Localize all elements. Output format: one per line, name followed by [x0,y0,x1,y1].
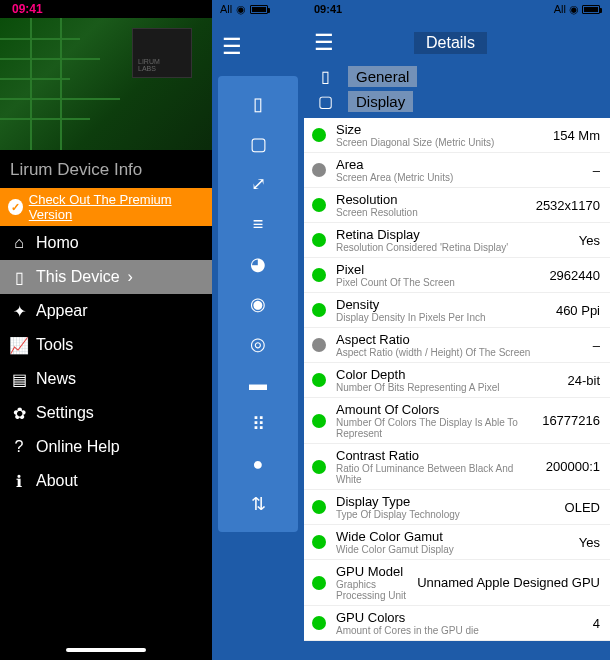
row-value: – [593,163,600,178]
expand-icon[interactable]: ⤢ [218,164,298,204]
header: ☰ Details [304,18,610,64]
wifi-icon[interactable]: ◉ [218,284,298,324]
row-value: OLED [565,500,600,515]
check-icon: ✓ [8,199,23,215]
signal-label: All [220,3,232,15]
row-label: Resolution [336,192,526,207]
left-sidebar: 09:41 Lirum Device Info ✓ Check Out The … [0,0,212,660]
list-item[interactable]: PixelPixel Count Of The Screen2962440 [304,258,610,293]
chart-icon: 📈 [10,336,28,354]
row-label: Color Depth [336,367,557,382]
sidebar-item-info[interactable]: ℹAbout [0,464,212,498]
sidebar-item-chart[interactable]: 📈Tools [0,328,212,362]
sidebar-item-device[interactable]: ▯This Device› [0,260,212,294]
status-bar: 09:41 All ◉ [304,0,610,18]
monitor-icon: ▢ [314,92,336,111]
list-item[interactable]: GPU ModelGraphics Processing UnitUnnamed… [304,560,610,606]
row-text: PixelPixel Count Of The Screen [336,262,539,288]
row-label: Pixel [336,262,539,277]
row-label: Display Type [336,494,555,509]
home-indicator [66,648,146,652]
globe-icon[interactable]: ● [218,444,298,484]
row-text: DensityDisplay Density In Pixels Per Inc… [336,297,546,323]
grid-icon[interactable]: ⠿ [218,404,298,444]
updown-icon[interactable]: ⇅ [218,484,298,524]
status-dot [312,616,326,630]
list-item[interactable]: Retina DisplayResolution Considered 'Ret… [304,223,610,258]
sidebar-item-label: Appear [36,302,88,320]
news-icon: ▤ [10,370,28,388]
row-value: 460 Ppi [556,303,600,318]
row-text: AreaScreen Area (Metric Units) [336,157,583,183]
row-subtitle: Screen Diagonal Size (Metric Units) [336,137,543,148]
sidebar-item-wand[interactable]: ✦Appear [0,294,212,328]
pie-icon[interactable]: ◕ [218,244,298,284]
row-text: Wide Color GamutWide Color Gamut Display [336,529,569,555]
help-icon: ? [10,438,28,456]
tab-display[interactable]: ▢ Display [304,89,610,118]
row-value: 4 [593,616,600,631]
status-dot [312,576,326,590]
camera-icon[interactable]: ◎ [218,324,298,364]
status-dot [312,460,326,474]
sidebar-item-help[interactable]: ?Online Help [0,430,212,464]
status-dot [312,414,326,428]
right-panel: 09:41 All ◉ ☰ Details ▯ General ▢ Displa… [304,0,610,660]
status-bar: 09:41 [0,0,212,18]
list-item[interactable]: Contrast RatioRatio Of Luminance Between… [304,444,610,490]
battery-icon[interactable]: ▬ [218,364,298,404]
header-image [0,18,212,150]
storage-icon[interactable]: ≡ [218,204,298,244]
wifi-icon: ◉ [236,3,246,16]
list-item[interactable]: GPU ColorsAmount of Cores in the GPU die… [304,606,610,641]
sidebar-item-label: Online Help [36,438,120,456]
status-dot [312,198,326,212]
status-bar: All ◉ [212,0,304,18]
row-label: Wide Color Gamut [336,529,569,544]
tab-general[interactable]: ▯ General [304,64,610,89]
row-label: Aspect Ratio [336,332,583,347]
status-icons: All ◉ [554,3,600,16]
row-label: Contrast Ratio [336,448,536,463]
list-item[interactable]: Aspect RatioAspect Ratio (width / Height… [304,328,610,363]
row-value: 16777216 [542,413,600,428]
list-item[interactable]: Wide Color GamutWide Color Gamut Display… [304,525,610,560]
row-subtitle: Number Of Colors The Display Is Able To … [336,417,532,439]
app-title: Lirum Device Info [0,150,212,188]
list-item[interactable]: ResolutionScreen Resolution2532x1170 [304,188,610,223]
list-item[interactable]: AreaScreen Area (Metric Units)– [304,153,610,188]
row-subtitle: Amount of Cores in the GPU die [336,625,583,636]
row-text: Contrast RatioRatio Of Luminance Between… [336,448,536,485]
signal-label: All [554,3,566,15]
info-icon: ℹ [10,472,28,490]
list-item[interactable]: Display TypeType Of Display TechnologyOL… [304,490,610,525]
wand-icon: ✦ [10,302,28,320]
row-label: Amount Of Colors [336,402,532,417]
list-item[interactable]: Color DepthNumber Of Bits Representing A… [304,363,610,398]
sidebar-item-gear[interactable]: ✿Settings [0,396,212,430]
page-title: Details [414,32,487,54]
status-dot [312,268,326,282]
hamburger-icon[interactable]: ☰ [314,30,334,56]
row-subtitle: Aspect Ratio (width / Height) Of The Scr… [336,347,583,358]
device-icon[interactable]: ▯ [218,84,298,124]
row-subtitle: Screen Resolution [336,207,526,218]
list-item[interactable]: DensityDisplay Density In Pixels Per Inc… [304,293,610,328]
details-list: SizeScreen Diagonal Size (Metric Units)1… [304,118,610,641]
hamburger-icon[interactable]: ☰ [212,18,304,76]
row-subtitle: Number Of Bits Representing A Pixel [336,382,557,393]
monitor-icon[interactable]: ▢ [218,124,298,164]
row-subtitle: Graphics Processing Unit [336,579,407,601]
status-dot [312,128,326,142]
tab-label: Display [348,91,413,112]
sidebar-item-news[interactable]: ▤News [0,362,212,396]
premium-text: Check Out The Premium Version [29,192,204,222]
list-item[interactable]: Amount Of ColorsNumber Of Colors The Dis… [304,398,610,444]
premium-banner[interactable]: ✓ Check Out The Premium Version [0,188,212,226]
clock: 09:41 [12,2,43,16]
sidebar-item-home[interactable]: ⌂Homo [0,226,212,260]
row-subtitle: Display Density In Pixels Per Inch [336,312,546,323]
list-item[interactable]: SizeScreen Diagonal Size (Metric Units)1… [304,118,610,153]
sidebar-item-label: News [36,370,76,388]
sidebar-item-label: Homo [36,234,79,252]
